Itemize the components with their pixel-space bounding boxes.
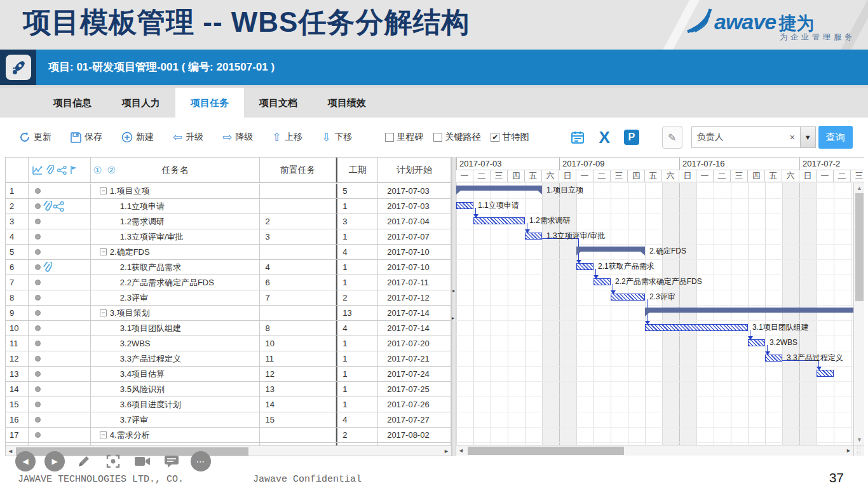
play-icon[interactable]: ▶: [44, 451, 65, 471]
flag-icon[interactable]: [70, 165, 78, 175]
保存-button[interactable]: 保存: [71, 132, 102, 143]
link-line: [767, 345, 768, 351]
checkbox-关键路径[interactable]: 关键路径: [433, 132, 480, 143]
paperclip-icon[interactable]: [43, 201, 52, 212]
calendar-icon[interactable]: [571, 130, 585, 144]
frame-icon[interactable]: [103, 451, 123, 471]
table-row[interactable]: 153.6项目进度计划1412017-07-26: [6, 397, 451, 412]
table-row[interactable]: 143.5风险识别1312017-07-25: [6, 382, 451, 397]
table-row[interactable]: 123.3产品过程定义1112017-07-21: [6, 351, 451, 367]
row-indicators: [29, 412, 91, 427]
summary-bar[interactable]: [576, 247, 645, 252]
下移-button[interactable]: ⇩下移: [322, 132, 352, 143]
gantt-vscrollbar[interactable]: ▲ ▼: [853, 183, 864, 445]
paperclip-icon[interactable]: [43, 262, 52, 273]
chevron-down-icon[interactable]: ▼: [800, 127, 815, 147]
predecessor-cell: 13: [260, 382, 336, 396]
plan-start-cell: 2017-07-14: [378, 321, 451, 336]
footer-company: JAWAVE TECHNOLOGIES LTD., CO.: [18, 474, 184, 485]
新建-button[interactable]: 新建: [121, 132, 154, 143]
降级-button[interactable]: ⇨降级: [222, 132, 253, 143]
task-bar[interactable]: [473, 217, 525, 224]
footer: ◀▶⋯ JAWAVE TECHNOLOGIES LTD., CO. Jawave…: [0, 456, 868, 488]
table-row[interactable]: 113.2WBS1012017-07-20: [6, 336, 451, 351]
task-name-cell: 2.确定FDS: [91, 245, 261, 259]
collapse-icon[interactable]: [100, 187, 107, 194]
owner-filter-value: 负责人: [692, 132, 785, 143]
resize-grip[interactable]: ∷∷: [853, 445, 864, 456]
more-icon[interactable]: ⋯: [191, 451, 211, 471]
jawave-logo: awave 捷为 为企业管理服务: [686, 6, 857, 43]
table-row[interactable]: 133.4项目估算1212017-07-24: [6, 367, 451, 382]
summary-bar[interactable]: [645, 308, 853, 313]
task-name-cell: 1.3立项评审/审批: [91, 229, 261, 244]
table-row[interactable]: 31.2需求调研232017-07-04: [6, 214, 451, 229]
panel-splitter[interactable]: ◂ ▸: [452, 157, 456, 456]
chat-icon[interactable]: [161, 451, 182, 471]
task-bar[interactable]: [456, 202, 473, 209]
table-row[interactable]: 21.1立项申请12017-07-03: [6, 199, 451, 214]
table-row[interactable]: 11.项目立项52017-07-03: [6, 184, 451, 199]
checkbox-icon[interactable]: [385, 133, 394, 142]
gantt-hscrollbar[interactable]: ◄ ►: [456, 445, 853, 456]
collapse-icon[interactable]: [100, 248, 107, 255]
task-bar[interactable]: [593, 278, 611, 285]
tab-项目任务[interactable]: 项目任务: [175, 88, 244, 118]
share-icon[interactable]: [53, 201, 64, 211]
logo-brand: awave: [714, 10, 776, 34]
table-row[interactable]: 174.需求分析22017-08-02: [6, 428, 451, 443]
task-name-cell: 2.3评审: [91, 290, 261, 305]
excel-icon[interactable]: X: [599, 130, 609, 144]
task-bar[interactable]: [748, 339, 765, 346]
task-bar[interactable]: [576, 263, 593, 270]
filter-clear-icon[interactable]: ×: [785, 132, 800, 142]
day-label: 二: [473, 170, 491, 182]
collapse-icon[interactable]: [100, 431, 107, 438]
tab-项目文档[interactable]: 项目文档: [244, 88, 313, 118]
task-bar[interactable]: [525, 233, 542, 240]
更新-button[interactable]: 更新: [19, 132, 51, 143]
plan-start-cell: 2017-07-21: [378, 351, 451, 366]
project-icon[interactable]: P: [624, 130, 639, 145]
table-row[interactable]: 163.7评审1542017-07-27: [6, 412, 451, 428]
checkbox-甘特图[interactable]: ✔甘特图: [491, 132, 529, 143]
query-button[interactable]: 查询: [818, 126, 853, 149]
share-icon[interactable]: [57, 166, 67, 175]
row-indicators: [29, 382, 91, 396]
table-row[interactable]: 62.1获取产品需求412017-07-10: [6, 260, 451, 275]
pencil-icon[interactable]: [74, 451, 94, 471]
summary-bar[interactable]: [456, 186, 542, 191]
tab-项目信息[interactable]: 项目信息: [38, 88, 107, 118]
table-row[interactable]: 41.3立项评审/审批312017-07-07: [6, 229, 451, 245]
上移-button[interactable]: ⇧上移: [272, 132, 302, 143]
tab-项目绩效[interactable]: 项目绩效: [313, 88, 381, 118]
duration-cell: 2: [336, 290, 378, 305]
row-number: 1: [6, 184, 29, 198]
status-dot-icon: [35, 188, 41, 194]
table-row[interactable]: 72.2产品需求确定产品FDS612017-07-11: [6, 275, 451, 290]
table-row[interactable]: 52.确定FDS42017-07-10: [6, 245, 451, 260]
duration-cell: 5: [336, 184, 378, 198]
task-bar[interactable]: [765, 355, 782, 362]
checkbox-里程碑[interactable]: 里程碑: [385, 132, 423, 143]
chart-icon[interactable]: [32, 166, 43, 175]
checkbox-icon[interactable]: [433, 133, 442, 142]
owner-filter-select[interactable]: 负责人 × ▼: [691, 126, 816, 148]
升级-button[interactable]: ⇦升级: [173, 132, 203, 143]
checkbox-icon[interactable]: ✔: [491, 133, 499, 142]
header-task-name: ① ②任务名: [91, 158, 261, 182]
table-row[interactable]: 82.3评审722017-07-12: [6, 290, 451, 306]
collapse-icon[interactable]: [100, 309, 107, 316]
camera-icon[interactable]: [132, 451, 153, 471]
edit-pencil-icon[interactable]: ✎: [662, 126, 682, 149]
row-indicators: [29, 336, 91, 351]
grid-vline: [748, 183, 749, 445]
table-row[interactable]: 93.项目策划132017-07-14: [6, 306, 451, 321]
table-row[interactable]: 103.1项目团队组建842017-07-14: [6, 321, 451, 336]
paperclip-icon[interactable]: [46, 165, 54, 175]
task-bar[interactable]: [645, 324, 748, 331]
back-icon[interactable]: ◀: [15, 451, 36, 471]
task-bar[interactable]: [611, 294, 645, 301]
task-bar[interactable]: [817, 370, 834, 377]
tab-项目人力[interactable]: 项目人力: [107, 88, 175, 118]
